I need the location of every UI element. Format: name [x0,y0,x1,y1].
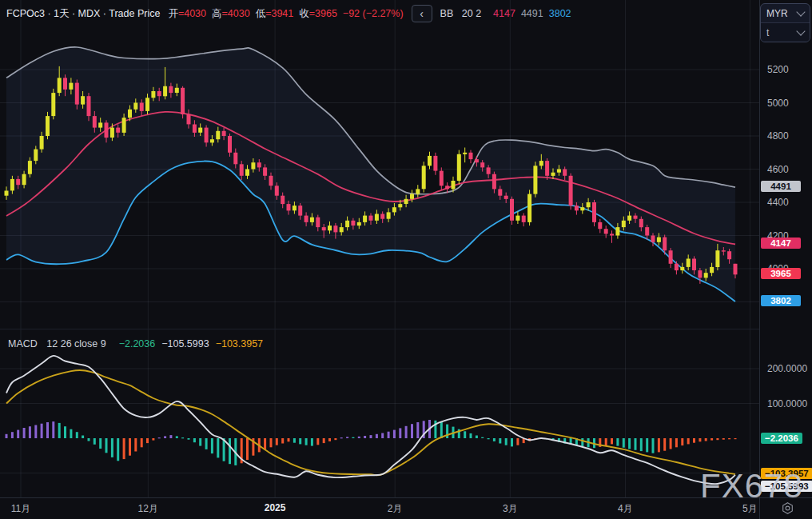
macd-hist-value: −2.2036 [119,338,156,349]
time-axis-label: 4月 [618,502,633,516]
axis-tick-label: 4400 [767,197,789,208]
price-pane-chart[interactable] [0,0,759,329]
axis-tick-label: 200.0000 [767,363,807,374]
gear-icon[interactable] [781,501,794,515]
signal-line [6,370,735,475]
last-value-badge: −103.3957 [761,468,812,479]
macd-signal-value: −103.3957 [216,338,263,349]
macd-pane-chart[interactable] [0,329,759,497]
last-value-badge: −105.5993 [761,481,812,492]
ohlc-open: 开=4030 [168,7,206,21]
time-axis-label: 3月 [503,502,518,516]
currency-dropdown[interactable]: MYR [761,4,810,22]
chevron-left-icon: ‹ [420,8,424,19]
time-axis[interactable]: 11月12月20252月3月4月5月 [0,498,812,519]
bollinger-fill [6,47,735,301]
last-value-badge: −2.2036 [761,433,802,444]
currency-label: MYR [766,8,788,19]
unit-label: t [766,27,769,38]
axis-tick-label: 5000 [767,98,789,109]
bb-lower-value: 3802 [549,8,571,19]
chevron-down-icon [796,7,805,16]
price-axis[interactable]: 5200500048004600440042004000200.0000100.… [760,0,812,519]
ohlc-high: 高=4030 [212,7,250,21]
last-value-badge: 3802 [761,295,801,306]
axis-tick-label: 4800 [767,130,789,142]
chevron-down-icon [796,26,805,35]
time-axis-label: 11月 [11,502,30,516]
price-change: −92 (−2.27%) [343,8,404,19]
ohlc-low: 低=3941 [256,7,294,21]
time-axis-label: 12月 [138,502,158,516]
axis-tick-label: 100.0000 [767,398,807,409]
last-value-badge: 4147 [761,238,801,249]
bb-basis-value: 4147 [493,8,515,19]
collapse-legend-button[interactable]: ‹ [412,5,432,22]
axis-tick-label: 4600 [767,164,789,175]
time-axis-label: 2月 [388,502,403,516]
gridlines-layer [0,329,759,497]
pane-divider[interactable] [0,329,759,329]
macd-line [6,356,735,484]
last-value-badge: 4491 [761,181,801,192]
last-value-badge: 3965 [761,268,801,279]
time-axis-label: 2025 [265,502,286,513]
macd-legend[interactable]: MACD 12 26 close 9 −2.2036 −105.5993 −10… [8,338,269,349]
unit-dropdown[interactable]: t [761,22,810,42]
macd-histogram-layer [6,420,737,465]
axis-tick-label: 5200 [767,64,789,75]
bollinger-legend[interactable]: BB 20 2 4147 4491 3802 [440,8,577,19]
currency-unit-selector: MYR t [760,3,810,42]
ohlc-close: 收=3965 [299,7,337,21]
macd-line-value: −105.5993 [161,338,209,349]
macd-indicator-name: MACD 12 26 close 9 [8,338,113,349]
symbol-legend: FCPOc3 · 1天 · MDX · Trade Price 开=4030 高… [6,6,577,21]
bb-upper-value: 4491 [521,8,543,19]
symbol-title[interactable]: FCPOc3 · 1天 · MDX · Trade Price [6,7,160,21]
bb-indicator-name: BB 20 2 [440,8,488,19]
time-axis-label: 5月 [742,502,758,516]
trading-chart-app: FCPOc3 · 1天 · MDX · Trade Price 开=4030 高… [0,0,812,519]
